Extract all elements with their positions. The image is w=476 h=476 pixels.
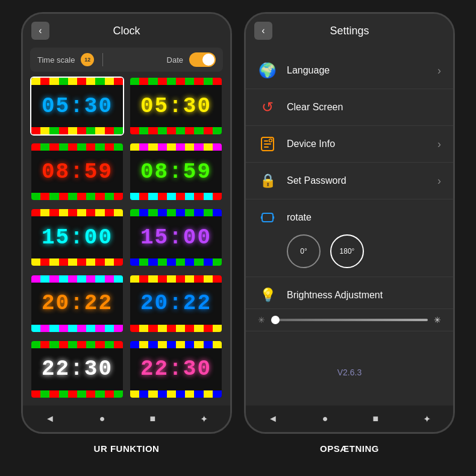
brightness-label: Brightness Adjustment — [287, 290, 441, 301]
pixel-border-bottom-3 — [31, 193, 123, 200]
clock-tile-10[interactable]: 22:30 — [129, 340, 223, 399]
phone1-nav-bar: ◄ ● ■ ✦ — [23, 406, 230, 432]
svg-rect-5 — [262, 213, 273, 222]
clock-tile-4[interactable]: 08:59 — [129, 142, 223, 201]
pixel-border-top-5 — [31, 209, 123, 216]
phone1-nav-person[interactable]: ✦ — [200, 413, 208, 425]
phone2-nav-square[interactable]: ■ — [372, 413, 378, 424]
settings-list: 🌍 Language › ↺ Clear Screen — [246, 48, 453, 406]
phone2-back-button[interactable]: ‹ — [254, 22, 272, 40]
clock-time-10: 22:30 — [140, 357, 211, 381]
clock-time-8: 20:22 — [140, 291, 211, 316]
clock-center-10: 22:30 — [130, 348, 222, 390]
clock-center-3: 08:59 — [31, 151, 123, 193]
time-scale-label: Time scale — [37, 55, 75, 64]
pixel-border-top-1 — [31, 78, 123, 85]
pixel-border-top-7 — [31, 275, 123, 283]
svg-rect-4 — [264, 146, 269, 148]
brightness-icon: 💡 — [258, 286, 277, 305]
rotate-180-button[interactable]: 180° — [330, 234, 364, 268]
clock-center-2: 05:30 — [130, 85, 222, 127]
toggle-knob — [202, 54, 215, 66]
phone2-nav-back[interactable]: ◄ — [268, 413, 278, 424]
pixel-border-top-6 — [130, 209, 222, 216]
svg-rect-2 — [264, 140, 268, 142]
language-label: Language — [287, 65, 428, 76]
clock-time-3: 08:59 — [42, 160, 113, 184]
svg-point-1 — [269, 139, 272, 142]
clock-tile-3[interactable]: 08:59 — [30, 142, 124, 201]
phone1-nav-back[interactable]: ◄ — [45, 413, 55, 424]
settings-item-rotate[interactable]: rotate — [246, 199, 453, 230]
controls-bar: Time scale 12 Date — [30, 48, 223, 72]
clock-tile-8[interactable]: 20:22 — [129, 274, 223, 333]
version-text: V2.6.3 — [246, 355, 453, 389]
pixel-border-bottom-9 — [31, 390, 123, 398]
rotate-section: 0° 180° — [246, 230, 453, 277]
clock-time-9: 22:30 — [42, 357, 113, 381]
set-password-label: Set Password — [287, 175, 428, 186]
phone1: ‹ Clock Time scale 12 Date — [21, 12, 232, 434]
brightness-slider[interactable] — [271, 319, 428, 321]
pixel-border-bottom-8 — [130, 325, 222, 332]
clock-time-5: 15:00 — [42, 225, 113, 250]
clock-center-5: 15:00 — [31, 216, 123, 258]
clock-grid: 05:30 05:30 — [23, 72, 230, 406]
phone2-nav-person[interactable]: ✦ — [423, 413, 431, 425]
brightness-slider-container: ✳ ✳ — [246, 309, 453, 331]
clock-center-4: 08:59 — [130, 151, 222, 193]
phone2-nav-bar: ◄ ● ■ ✦ — [246, 406, 453, 432]
clock-time-7: 20:22 — [42, 291, 113, 316]
phone1-label: UR FUNKTION — [94, 443, 160, 454]
clock-tile-2[interactable]: 05:30 — [129, 77, 223, 136]
clock-tile-7[interactable]: 20:22 — [30, 274, 124, 333]
clock-center-9: 22:30 — [31, 348, 123, 390]
clock-tile-5[interactable]: 15:00 — [30, 208, 124, 267]
controls-divider — [102, 53, 103, 66]
clock-time-4: 08:59 — [140, 160, 211, 184]
pixel-border-bottom-7 — [31, 325, 123, 332]
clock-center-7: 20:22 — [31, 283, 123, 325]
coin-icon: 12 — [81, 53, 94, 66]
pixel-border-bottom-6 — [130, 258, 222, 266]
device-info-label: Device Info — [287, 139, 428, 149]
rotate-0-button[interactable]: 0° — [287, 234, 321, 268]
language-arrow: › — [437, 64, 441, 77]
rotate-label: rotate — [287, 212, 441, 223]
clock-time-6: 15:00 — [140, 225, 211, 250]
phone2-nav-home[interactable]: ● — [322, 413, 328, 424]
clock-center-6: 15:00 — [130, 216, 222, 258]
clock-tile-1[interactable]: 05:30 — [30, 77, 124, 136]
phone2-container: ‹ Settings 🌍 Language › ↺ Clear Screen — [244, 12, 455, 454]
device-info-arrow: › — [437, 138, 441, 151]
settings-item-language[interactable]: 🌍 Language › — [246, 52, 453, 89]
phone2-header: ‹ Settings — [246, 14, 453, 48]
phone1-back-button[interactable]: ‹ — [31, 22, 49, 40]
clock-center-8: 20:22 — [130, 283, 222, 325]
pixel-border-top-2 — [130, 78, 222, 85]
clock-tile-9[interactable]: 22:30 — [30, 340, 124, 399]
clock-tile-6[interactable]: 15:00 — [129, 208, 223, 267]
pixel-border-bottom-2 — [130, 127, 222, 134]
set-password-arrow: › — [437, 175, 441, 187]
pixel-border-top-8 — [130, 275, 222, 283]
pixel-border-bottom-10 — [130, 390, 222, 398]
phone1-container: ‹ Clock Time scale 12 Date — [21, 12, 232, 454]
svg-rect-3 — [264, 143, 271, 145]
phone1-nav-home[interactable]: ● — [99, 413, 105, 424]
phone1-nav-square[interactable]: ■ — [149, 413, 155, 424]
phone2-label: OPSÆTNING — [320, 443, 379, 454]
pixel-border-bottom-5 — [31, 258, 123, 266]
settings-item-clear-screen[interactable]: ↺ Clear Screen — [246, 89, 453, 126]
settings-item-device-info[interactable]: Device Info › — [246, 126, 453, 163]
set-password-icon: 🔒 — [258, 171, 277, 190]
settings-item-set-password[interactable]: 🔒 Set Password › — [246, 163, 453, 199]
phone2: ‹ Settings 🌍 Language › ↺ Clear Screen — [244, 12, 455, 434]
clock-time-1: 05:30 — [42, 94, 113, 119]
date-toggle[interactable] — [189, 52, 216, 67]
pixel-border-bottom-1 — [31, 127, 123, 134]
language-icon: 🌍 — [258, 61, 277, 80]
phone2-title: Settings — [330, 25, 369, 37]
clock-center-1: 05:30 — [31, 85, 123, 127]
pixel-border-top-4 — [130, 143, 222, 151]
